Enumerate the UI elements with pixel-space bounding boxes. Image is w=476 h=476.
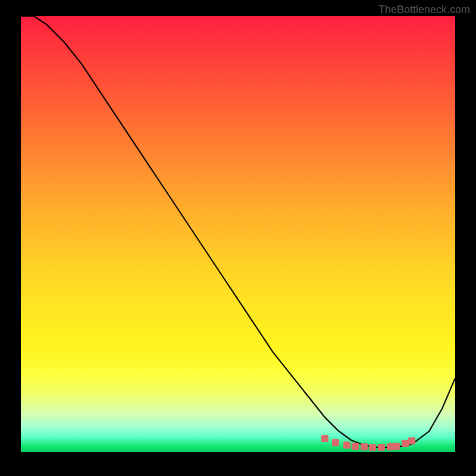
chart-marker [408, 437, 415, 444]
chart-marker [343, 441, 350, 449]
chart-marker [361, 443, 368, 450]
chart-marker [378, 444, 385, 451]
chart-markers [21, 16, 455, 452]
chart-marker [332, 439, 339, 446]
watermark-text: TheBottleneck.com [378, 4, 470, 16]
chart-marker [321, 435, 328, 442]
chart-marker [352, 443, 359, 450]
chart-plot-area [21, 16, 455, 452]
chart-marker [393, 443, 400, 450]
chart-marker [369, 444, 376, 451]
